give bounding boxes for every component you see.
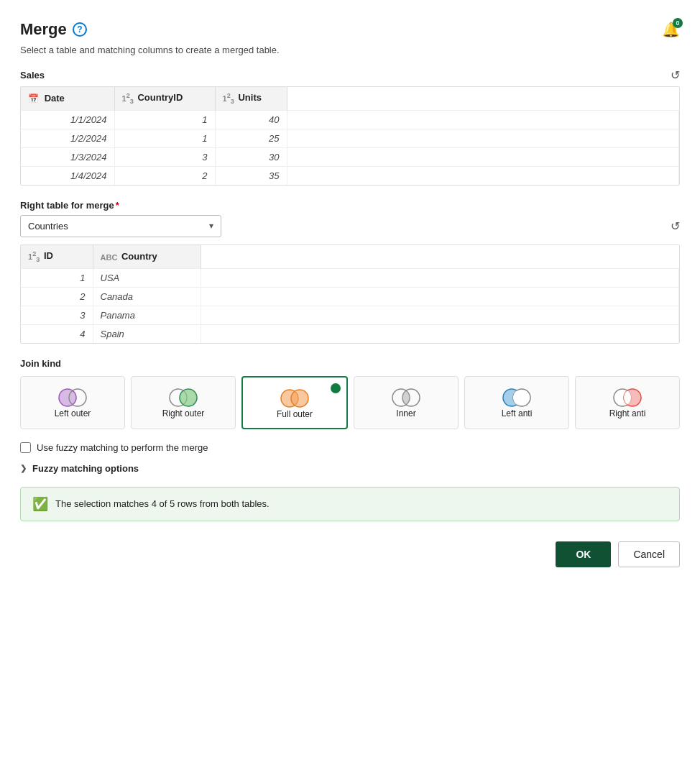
table-row: 1/1/2024 1 40	[21, 110, 679, 129]
right-outer-venn-icon	[167, 387, 199, 408]
table-row: 2 Canada	[21, 287, 679, 306]
svg-point-3	[180, 389, 197, 406]
join-kind-cards: Left outer Right outer Full outer Inner	[20, 376, 680, 429]
right-table-refresh-button[interactable]: ↺	[671, 219, 680, 233]
sales-refresh-button[interactable]: ↺	[671, 68, 680, 82]
join-card-right-outer[interactable]: Right outer	[131, 376, 236, 429]
fuzzy-options-row[interactable]: ❯ Fuzzy matching options	[20, 463, 680, 474]
countries-col-empty	[201, 245, 679, 268]
ok-button[interactable]: OK	[556, 541, 611, 567]
sales-countryid-cell: 1	[114, 129, 215, 147]
left-anti-venn-icon	[501, 387, 533, 408]
success-message: ✅ The selection matches 4 of 5 rows from…	[20, 487, 680, 521]
countries-table-body: 1 USA 2 Canada 3 Panama 4 Spain	[21, 268, 679, 343]
join-card-inner[interactable]: Inner	[354, 376, 459, 429]
footer-buttons: OK Cancel	[20, 541, 680, 567]
notification-bell-wrapper[interactable]: 🔔 0	[662, 21, 680, 38]
sales-col-empty	[287, 87, 679, 110]
join-kind-label: Join kind	[20, 358, 680, 369]
dialog-header: Merge ? 🔔 0	[20, 20, 680, 39]
sales-units-label: Units	[238, 92, 262, 103]
join-card-inner-label: Inner	[396, 408, 415, 418]
right-table-section-label: Right table for merge*	[20, 200, 680, 211]
dialog-subtitle: Select a table and matching columns to c…	[20, 45, 680, 55]
fuzzy-matching-row: Use fuzzy matching to perform the merge	[20, 442, 680, 453]
title-group: Merge ?	[20, 20, 87, 39]
svg-point-0	[59, 389, 76, 406]
required-star: *	[116, 200, 119, 211]
chevron-right-icon: ❯	[20, 464, 27, 473]
help-icon[interactable]: ?	[73, 22, 87, 37]
sales-col-countryid[interactable]: 123 CountryID	[114, 87, 215, 110]
country-empty-cell	[201, 268, 679, 287]
join-card-left-anti[interactable]: Left anti	[464, 376, 569, 429]
countries-col-country[interactable]: ABC Country	[93, 245, 201, 268]
table-row: 1/4/2024 2 35	[21, 166, 679, 185]
sales-col-date[interactable]: 📅 Date	[21, 87, 114, 110]
full-outer-venn-icon	[279, 388, 310, 409]
sales-countryid-cell: 2	[114, 166, 215, 185]
fuzzy-options-label: Fuzzy matching options	[32, 463, 139, 474]
join-card-left-outer-label: Left outer	[55, 408, 91, 418]
cancel-button[interactable]: Cancel	[618, 541, 680, 567]
sales-section-label: Sales ↺	[20, 68, 680, 82]
countries-id-label: ID	[44, 250, 53, 261]
sales-empty-cell	[287, 129, 679, 147]
countries-table-header: 123 ID ABC Country	[21, 245, 679, 268]
country-type-icon: ABC	[101, 253, 118, 262]
sales-countryid-label: CountryID	[137, 92, 183, 103]
sales-date-cell: 1/2/2024	[21, 129, 114, 147]
countries-country-label: Country	[121, 251, 157, 262]
sales-table-body: 1/1/2024 1 40 1/2/2024 1 25 1/3/2024 3 3…	[21, 110, 679, 185]
sales-countryid-cell: 3	[114, 147, 215, 166]
country-id-cell: 4	[21, 324, 93, 343]
join-card-full-outer[interactable]: Full outer	[241, 376, 348, 429]
country-id-cell: 2	[21, 287, 93, 306]
sales-table-wrapper: 📅 Date 123 CountryID 123 Units 1/1/2024 …	[20, 86, 680, 186]
sales-units-cell: 40	[215, 110, 287, 129]
countries-table: 123 ID ABC Country 1 USA 2 Canada	[21, 245, 679, 343]
join-card-right-outer-label: Right outer	[162, 408, 205, 418]
sales-date-label: Date	[45, 93, 65, 104]
join-card-left-anti-label: Left anti	[502, 408, 533, 418]
country-name-cell: Panama	[93, 306, 201, 324]
join-card-left-outer[interactable]: Left outer	[20, 376, 125, 429]
chevron-down-icon: ▾	[209, 221, 213, 231]
sales-empty-cell	[287, 166, 679, 185]
inner-venn-icon	[390, 387, 422, 408]
country-id-cell: 1	[21, 268, 93, 287]
bell-badge: 0	[673, 18, 683, 28]
success-message-text: The selection matches 4 of 5 rows from b…	[55, 498, 270, 509]
sales-units-cell: 25	[215, 129, 287, 147]
sales-empty-cell	[287, 147, 679, 166]
id-type-icon: 123	[28, 252, 40, 261]
dropdown-selected-value: Countries	[28, 221, 68, 232]
sales-col-units[interactable]: 123 Units	[215, 87, 287, 110]
sales-date-cell: 1/1/2024	[21, 110, 114, 129]
sales-empty-cell	[287, 110, 679, 129]
countryid-type-icon: 123	[122, 94, 134, 103]
country-name-cell: Canada	[93, 287, 201, 306]
date-calendar-icon: 📅	[28, 93, 39, 104]
selected-indicator	[331, 383, 341, 393]
sales-table: 📅 Date 123 CountryID 123 Units 1/1/2024 …	[21, 87, 679, 185]
sales-countryid-cell: 1	[114, 110, 215, 129]
left-outer-venn-icon	[57, 387, 88, 408]
fuzzy-matching-label[interactable]: Use fuzzy matching to perform the merge	[37, 442, 208, 453]
svg-point-5	[291, 390, 308, 407]
table-row: 1/3/2024 3 30	[21, 147, 679, 166]
table-row: 1/2/2024 1 25	[21, 129, 679, 147]
countries-table-wrapper: 123 ID ABC Country 1 USA 2 Canada	[20, 244, 680, 344]
join-card-right-anti[interactable]: Right anti	[575, 376, 680, 429]
sales-units-cell: 30	[215, 147, 287, 166]
countries-col-id[interactable]: 123 ID	[21, 245, 93, 268]
country-name-cell: Spain	[93, 324, 201, 343]
units-type-icon: 123	[223, 94, 234, 103]
right-table-dropdown[interactable]: Countries ▾	[20, 215, 221, 237]
fuzzy-matching-checkbox[interactable]	[20, 442, 31, 453]
country-empty-cell	[201, 287, 679, 306]
dropdown-row: Countries ▾ ↺	[20, 215, 680, 237]
dialog-title: Merge	[20, 20, 67, 39]
table-row: 4 Spain	[21, 324, 679, 343]
country-empty-cell	[201, 306, 679, 324]
